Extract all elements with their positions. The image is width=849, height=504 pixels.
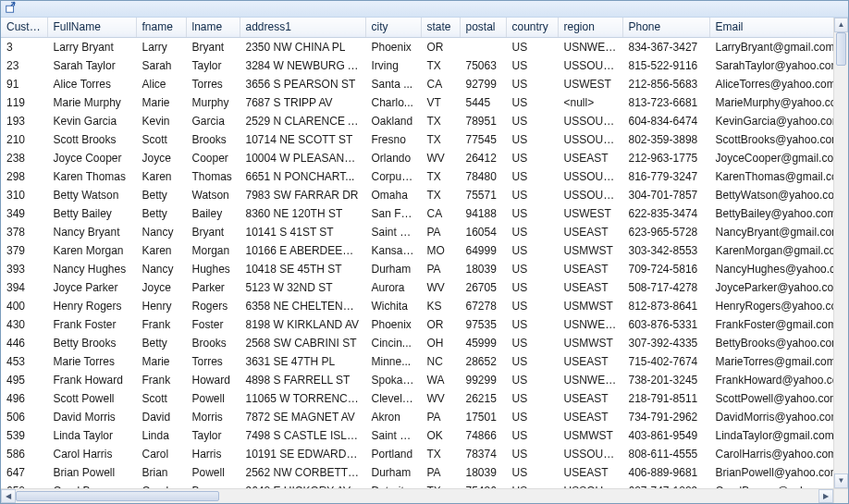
- cell-email[interactable]: BettyBailey@yahoo.com: [709, 204, 833, 223]
- cell-lname[interactable]: Torres: [186, 352, 240, 371]
- cell-lname[interactable]: Torres: [186, 75, 240, 93]
- scroll-right-button[interactable]: ▶: [818, 489, 833, 503]
- cell-cust_id[interactable]: 210: [1, 130, 47, 149]
- cell-phone[interactable]: 406-889-9681: [622, 463, 709, 482]
- cell-fname[interactable]: Marie: [136, 93, 186, 112]
- cell-email[interactable]: CarolBarnes@yahoo.com: [709, 482, 833, 489]
- cell-address1[interactable]: 2568 SW CABRINI ST: [240, 334, 365, 352]
- cell-email[interactable]: BrianPowell@yahoo.com: [709, 463, 833, 482]
- table-row[interactable]: 495Frank HowardFrankHoward4898 S FARRELL…: [1, 371, 833, 389]
- cell-phone[interactable]: 307-392-4335: [622, 334, 709, 352]
- column-header-postal[interactable]: postal: [460, 18, 506, 38]
- cell-postal[interactable]: 94188: [460, 204, 506, 223]
- cell-country[interactable]: US: [506, 130, 558, 149]
- cell-region[interactable]: USMWST: [558, 426, 622, 445]
- table-row[interactable]: 400Henry RogersHenryRogers6358 NE CHELTE…: [1, 297, 833, 315]
- cell-cust_id[interactable]: 506: [1, 408, 47, 426]
- cell-state[interactable]: TX: [421, 482, 460, 489]
- cell-email[interactable]: MarieTorres@gmail.com: [709, 352, 833, 371]
- cell-address1[interactable]: 7687 S TRIPP AV: [240, 93, 365, 112]
- cell-state[interactable]: NC: [421, 352, 460, 371]
- cell-state[interactable]: PA: [421, 408, 460, 426]
- cell-state[interactable]: KS: [421, 297, 460, 315]
- table-row[interactable]: 91Alice TorresAliceTorres3656 S PEARSON …: [1, 75, 833, 93]
- cell-city[interactable]: Phoenix: [365, 315, 421, 334]
- cell-state[interactable]: VT: [421, 93, 460, 112]
- cell-fname[interactable]: Nancy: [136, 223, 186, 241]
- cell-fname[interactable]: Scott: [136, 389, 186, 408]
- cell-phone[interactable]: 303-342-8553: [622, 241, 709, 260]
- cell-city[interactable]: Kansas...: [365, 241, 421, 260]
- vertical-scrollbar[interactable]: ▲ ▼: [833, 18, 848, 488]
- cell-region[interactable]: USSOUTH: [558, 130, 622, 149]
- cell-address1[interactable]: 10004 W PLEASANT ...: [240, 149, 365, 167]
- cell-country[interactable]: US: [506, 112, 558, 130]
- cell-address1[interactable]: 8198 W KIRKLAND AV: [240, 315, 365, 334]
- table-row[interactable]: 496Scott PowellScottPowell11065 W TORREN…: [1, 389, 833, 408]
- cell-fname[interactable]: Frank: [136, 315, 186, 334]
- cell-region[interactable]: USSOUTH: [558, 167, 622, 186]
- cell-email[interactable]: FrankFoster@gmail.com: [709, 315, 833, 334]
- cell-lname[interactable]: Morgan: [186, 241, 240, 260]
- table-row[interactable]: 298Karen ThomasKarenThomas6651 N PONCHAR…: [1, 167, 833, 186]
- cell-postal[interactable]: 18039: [460, 463, 506, 482]
- table-row[interactable]: 586Carol HarrisCarolHarris10191 SE EDWAR…: [1, 445, 833, 463]
- cell-cust_id[interactable]: 119: [1, 93, 47, 112]
- cell-country[interactable]: US: [506, 315, 558, 334]
- cell-city[interactable]: Saint L...: [365, 426, 421, 445]
- cell-phone[interactable]: 623-965-5728: [622, 223, 709, 241]
- cell-city[interactable]: Omaha: [365, 186, 421, 204]
- cell-country[interactable]: US: [506, 93, 558, 112]
- cell-state[interactable]: WV: [421, 278, 460, 297]
- cell-fname[interactable]: Carol: [136, 482, 186, 489]
- cell-postal[interactable]: 78951: [460, 112, 506, 130]
- cell-lname[interactable]: Watson: [186, 186, 240, 204]
- cell-country[interactable]: US: [506, 56, 558, 75]
- cell-state[interactable]: TX: [421, 112, 460, 130]
- cell-country[interactable]: US: [506, 38, 558, 56]
- column-header-fullname[interactable]: FullName: [47, 18, 136, 38]
- cell-lname[interactable]: Hughes: [186, 260, 240, 278]
- cell-fname[interactable]: Betty: [136, 204, 186, 223]
- cell-fname[interactable]: Joyce: [136, 149, 186, 167]
- cell-cust_id[interactable]: 495: [1, 371, 47, 389]
- cell-postal[interactable]: 28652: [460, 352, 506, 371]
- cell-city[interactable]: Durham: [365, 463, 421, 482]
- table-row[interactable]: 193Kevin GarciaKevinGarcia2529 N CLARENC…: [1, 112, 833, 130]
- cell-cust_id[interactable]: 400: [1, 297, 47, 315]
- cell-city[interactable]: Spokane: [365, 371, 421, 389]
- cell-email[interactable]: LindaTaylor@gmail.com: [709, 426, 833, 445]
- scroll-up-button[interactable]: ▲: [834, 18, 848, 32]
- column-header-lname[interactable]: lname: [186, 18, 240, 38]
- cell-email[interactable]: FrankHoward@yahoo.com: [709, 371, 833, 389]
- cell-state[interactable]: WV: [421, 149, 460, 167]
- cell-address1[interactable]: 10166 E ABERDEEN ST: [240, 241, 365, 260]
- cell-region[interactable]: USSOUTH: [558, 482, 622, 489]
- cell-lname[interactable]: Brooks: [186, 130, 240, 149]
- column-header-city[interactable]: city: [365, 18, 421, 38]
- cell-city[interactable]: Saint P...: [365, 223, 421, 241]
- cell-cust_id[interactable]: 453: [1, 352, 47, 371]
- cell-lname[interactable]: Harris: [186, 445, 240, 463]
- cell-city[interactable]: San Fra...: [365, 204, 421, 223]
- cell-address1[interactable]: 6358 NE CHELTENH...: [240, 297, 365, 315]
- cell-address1[interactable]: 9642 E HICKORY AV: [240, 482, 365, 489]
- cell-region[interactable]: USNWEST: [558, 38, 622, 56]
- cell-fullname[interactable]: Joyce Parker: [47, 278, 136, 297]
- cell-state[interactable]: WA: [421, 371, 460, 389]
- cell-city[interactable]: Corpus...: [365, 167, 421, 186]
- export-icon[interactable]: [5, 1, 18, 17]
- cell-fullname[interactable]: David Morris: [47, 408, 136, 426]
- cell-state[interactable]: OH: [421, 334, 460, 352]
- table-row[interactable]: 378Nancy BryantNancyBryant10141 S 41ST S…: [1, 223, 833, 241]
- cell-city[interactable]: Durham: [365, 260, 421, 278]
- cell-cust_id[interactable]: 3: [1, 38, 47, 56]
- cell-postal[interactable]: 16054: [460, 223, 506, 241]
- cell-email[interactable]: JoyceParker@yahoo.com: [709, 278, 833, 297]
- cell-fullname[interactable]: Karen Thomas: [47, 167, 136, 186]
- cell-fullname[interactable]: Frank Howard: [47, 371, 136, 389]
- cell-lname[interactable]: Bryant: [186, 223, 240, 241]
- cell-lname[interactable]: Powell: [186, 389, 240, 408]
- cell-phone[interactable]: 212-963-1775: [622, 149, 709, 167]
- cell-cust_id[interactable]: 393: [1, 260, 47, 278]
